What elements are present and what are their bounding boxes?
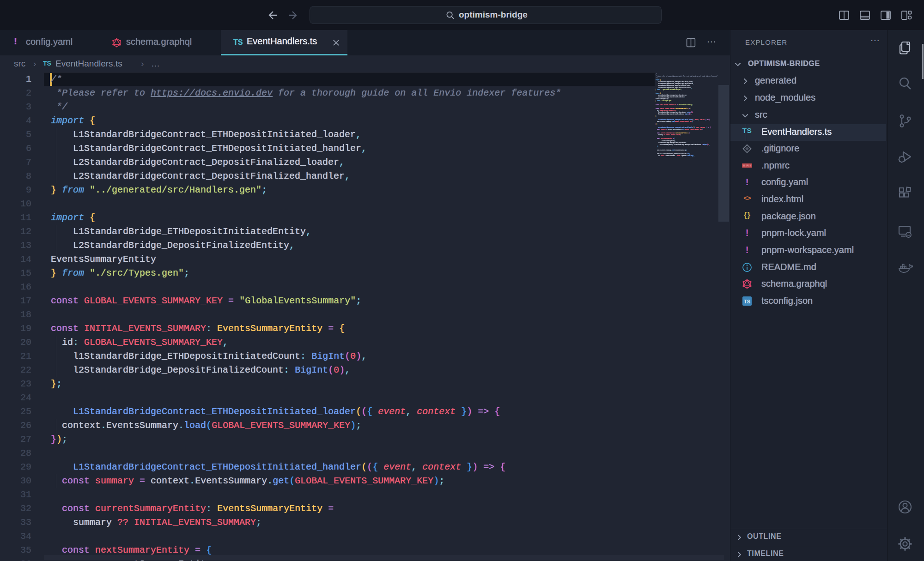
svg-text:TS: TS	[744, 299, 750, 304]
